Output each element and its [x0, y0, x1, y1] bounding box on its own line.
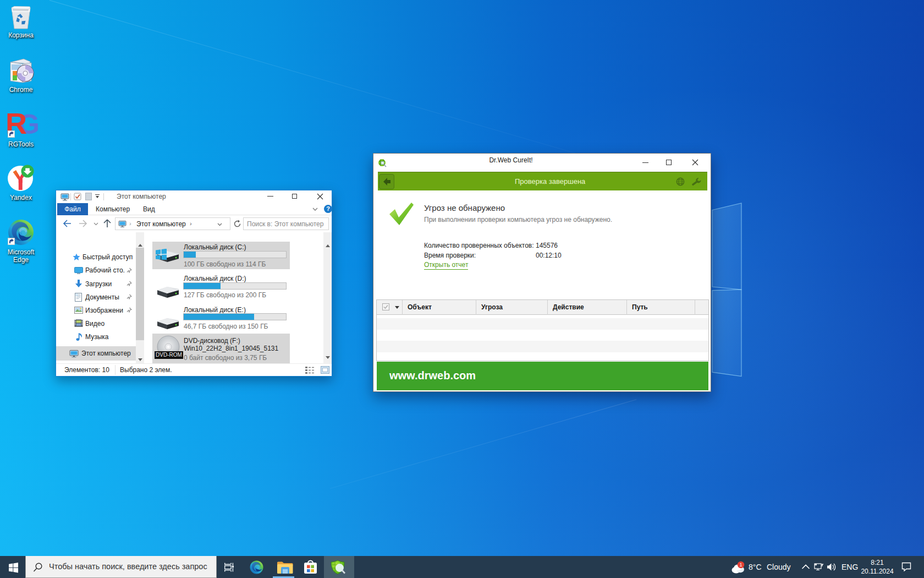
svg-text:1: 1 [739, 562, 742, 568]
